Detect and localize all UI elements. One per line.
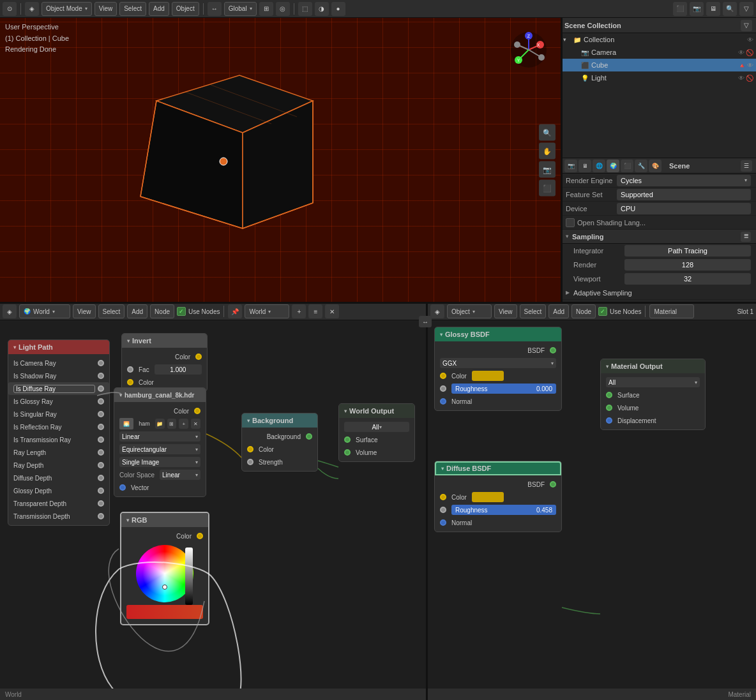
invert-fac-value[interactable]: 1.000 xyxy=(155,364,202,375)
output-props-icon[interactable]: 🖥 xyxy=(578,160,591,172)
adaptive-sampling-header[interactable]: ▶ Adaptive Sampling xyxy=(561,286,756,300)
sampling-menu-icon[interactable]: ☰ xyxy=(741,232,751,242)
world-pin-icon[interactable]: 📌 xyxy=(228,304,242,318)
filter-icon[interactable]: ▽ xyxy=(739,2,753,16)
world-add-menu[interactable]: Add xyxy=(127,304,147,318)
background-node[interactable]: ▾ Background Background Color Strength xyxy=(241,413,318,472)
hamburg-copy-icon[interactable]: ⊞ xyxy=(167,419,177,429)
object-props-icon[interactable]: ⬛ xyxy=(621,160,633,172)
material-props-icon[interactable]: 🎨 xyxy=(649,160,662,172)
material-add-menu[interactable]: Add xyxy=(548,304,569,318)
glossy-bsdf-node[interactable]: ▾ Glossy BSDF BSDF GGX ▾ Co xyxy=(434,327,562,411)
world-use-nodes-checkbox[interactable]: ✓ xyxy=(177,307,186,316)
material-view-menu[interactable]: View xyxy=(494,304,517,318)
mode-icon[interactable]: ◈ xyxy=(25,2,39,16)
wo-all-dropdown[interactable]: All ▾ xyxy=(344,422,409,432)
shading-icon-2[interactable]: ◑ xyxy=(315,2,329,16)
sampling-section-header[interactable]: ▾ Sampling ☰ xyxy=(561,230,756,244)
world-x-icon[interactable]: ✕ xyxy=(325,304,339,318)
cube-eye[interactable]: 👁 xyxy=(747,62,753,69)
tree-row-collection[interactable]: ▾ 📁 Collection 👁 xyxy=(561,33,756,46)
hamburg-browse-icon[interactable]: 📁 xyxy=(155,419,165,429)
snap-icon[interactable]: ⊞ xyxy=(259,2,273,16)
material-select-menu[interactable]: Select xyxy=(520,304,547,318)
transform-icon[interactable]: ↔ xyxy=(208,2,222,16)
render-icon[interactable]: 📷 xyxy=(690,2,704,16)
world-browse-icon[interactable]: ≡ xyxy=(308,304,322,318)
view-menu[interactable]: View xyxy=(94,2,117,16)
light-path-node[interactable]: ▾ Light Path Is Camera Ray Is Shadow Ray… xyxy=(8,339,110,526)
blender-logo-icon[interactable]: ⊙ xyxy=(3,2,17,16)
node-canvas-area[interactable]: ▾ Light Path Is Camera Ray Is Shadow Ray… xyxy=(0,320,756,689)
grab-icon[interactable]: ✋ xyxy=(539,143,556,160)
rgb-color-picker[interactable] xyxy=(128,545,202,602)
world-view-menu[interactable]: View xyxy=(73,304,96,318)
layout-icon[interactable]: ⬛ xyxy=(673,2,687,16)
zoom-icon[interactable]: 🔍 xyxy=(539,124,556,141)
modifier-props-icon[interactable]: 🔧 xyxy=(635,160,647,172)
hamburg-interpolation-dropdown[interactable]: Linear ▾ xyxy=(119,431,200,442)
hamburg-projection-dropdown[interactable]: Equirectangular ▾ xyxy=(119,444,200,454)
render-engine-dropdown[interactable]: Cycles ▾ xyxy=(617,175,751,186)
hamburg-colorspace-dropdown[interactable]: Linear ▾ xyxy=(160,470,200,480)
transform-dropdown[interactable]: Global ▾ xyxy=(224,2,257,16)
object-menu[interactable]: Object xyxy=(172,2,199,16)
viewport-samples-value[interactable]: 32 xyxy=(624,273,751,285)
world-dropdown[interactable]: World ▾ xyxy=(245,304,289,318)
shading-icon-1[interactable]: ⬚ xyxy=(298,2,312,16)
diffuse-roughness-field[interactable]: Roughness 0.458 xyxy=(451,505,556,515)
tree-row-light[interactable]: 💡 Light 👁 🚫 xyxy=(561,71,756,84)
proportional-icon[interactable]: ◎ xyxy=(276,2,290,16)
material-node-menu[interactable]: Node xyxy=(571,304,596,318)
render-samples-value[interactable]: 128 xyxy=(624,259,751,271)
world-new-icon[interactable]: + xyxy=(292,304,306,318)
world-node-menu[interactable]: Node xyxy=(150,304,174,318)
world-editor-icon[interactable]: ◈ xyxy=(3,304,17,318)
open-shading-checkbox[interactable] xyxy=(566,218,575,227)
device-dropdown[interactable]: CPU xyxy=(617,203,751,214)
render-view-icon[interactable]: ⬛ xyxy=(539,180,556,197)
camera-restrict[interactable]: 🚫 xyxy=(746,49,753,56)
glossy-roughness-field[interactable]: Roughness 0.000 xyxy=(451,384,556,394)
world-select-menu[interactable]: Select xyxy=(98,304,125,318)
viewport-gizmo[interactable]: X Z Y xyxy=(510,31,548,69)
h-separator-main[interactable] xyxy=(0,302,756,304)
glossy-distribution-dropdown[interactable]: GGX ▾ xyxy=(440,358,556,368)
rgb-color-swatch[interactable] xyxy=(126,605,203,619)
render-props-icon[interactable]: 📷 xyxy=(564,160,577,172)
tree-row-camera[interactable]: 📷 Camera 👁 🚫 xyxy=(561,46,756,59)
light-eye[interactable]: 👁 xyxy=(738,75,745,82)
world-type-dropdown[interactable]: 🌍 World ▾ xyxy=(19,304,70,318)
props-menu-icon[interactable]: ☰ xyxy=(741,160,752,172)
feature-set-dropdown[interactable]: Supported xyxy=(617,189,751,200)
camera-eye[interactable]: 👁 xyxy=(738,49,745,56)
camera-view-icon[interactable]: 📷 xyxy=(539,161,556,178)
v-separator-1[interactable] xyxy=(561,18,563,302)
add-menu[interactable]: Add xyxy=(149,2,169,16)
world-output-node[interactable]: ▾ World Output All ▾ Surface Volume xyxy=(338,403,415,462)
hamburg-source-dropdown[interactable]: Single Image ▾ xyxy=(119,457,200,467)
select-menu[interactable]: Select xyxy=(119,2,146,16)
glossy-color-swatch[interactable] xyxy=(472,371,504,381)
hamburg-node[interactable]: ▾ hamburg_canal_8k.hdr Color 🌅 ham 📁 ⊞ +… xyxy=(114,387,206,497)
hamburg-x-icon[interactable]: ✕ xyxy=(191,419,200,429)
diffuse-bsdf-node[interactable]: ▾ Diffuse BSDF BSDF Color Ro xyxy=(434,461,562,532)
collection-eye[interactable]: 👁 xyxy=(747,36,753,43)
hamburg-new-icon[interactable]: + xyxy=(179,419,188,429)
color-brightness-strip[interactable] xyxy=(185,547,193,605)
mode-dropdown[interactable]: Object Mode ▾ xyxy=(42,2,92,16)
tree-row-cube[interactable]: ⬛ Cube 🔺 👁 xyxy=(561,59,756,71)
output-icon[interactable]: 🖥 xyxy=(706,2,720,16)
integrator-dropdown[interactable]: Path Tracing xyxy=(624,245,751,257)
viewport-3d[interactable]: User Perspective (1) Collection | Cube R… xyxy=(0,18,561,302)
material-editor-icon[interactable]: ◈ xyxy=(430,304,444,318)
v-separator-nodes[interactable] xyxy=(426,302,428,700)
material-output-node[interactable]: ▾ Material Output All ▾ Surface Volume xyxy=(600,359,706,430)
world-props-icon[interactable]: 🌍 xyxy=(607,160,619,172)
rgb-node[interactable]: ▾ RGB Color xyxy=(120,512,209,625)
outliner-filter-icon[interactable]: ▽ xyxy=(741,20,752,31)
diffuse-color-swatch[interactable] xyxy=(472,492,504,502)
search-icon[interactable]: 🔍 xyxy=(723,2,737,16)
invert-node[interactable]: ▾ Invert Color Fac 1.000 Co xyxy=(121,333,208,392)
shading-icon-3[interactable]: ● xyxy=(331,2,345,16)
